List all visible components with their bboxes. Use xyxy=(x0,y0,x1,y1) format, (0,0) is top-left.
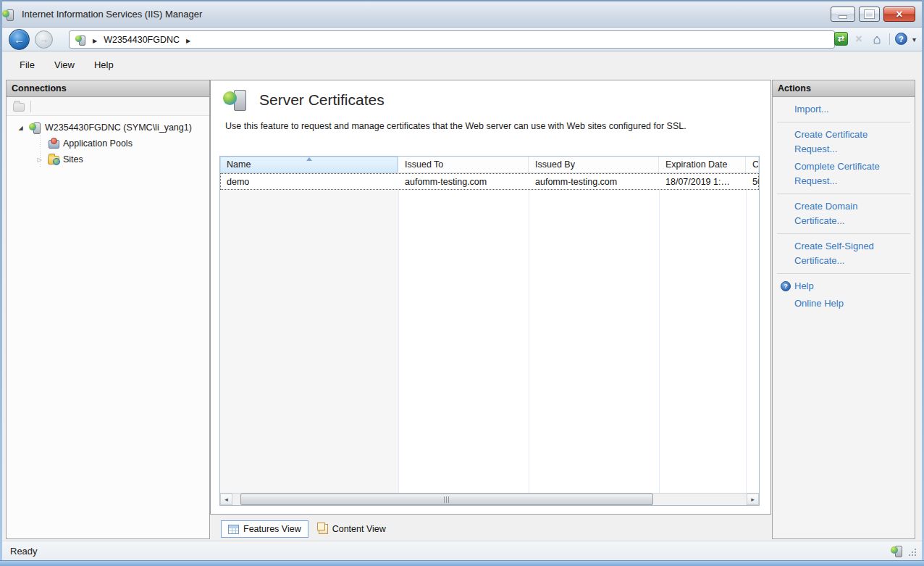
column-header-certificate-hash-label: Certificate Hash xyxy=(752,159,759,170)
window-border-top xyxy=(0,0,924,1)
breadcrumb-iis-icon xyxy=(75,35,86,45)
column-header-name[interactable]: Name xyxy=(220,157,398,172)
minimize-button[interactable] xyxy=(831,7,855,22)
title-bar: Internet Information Services (IIS) Mana… xyxy=(2,1,922,28)
application-pools-icon xyxy=(48,138,59,149)
maximize-button[interactable] xyxy=(859,7,880,22)
column-header-issued-by[interactable]: Issued By xyxy=(529,157,659,172)
connections-tree: W2354430FGDNC (SYMC\li_yang1) Applicatio… xyxy=(7,116,209,167)
tree-item-sites[interactable]: Sites xyxy=(7,151,209,167)
menu-file[interactable]: File xyxy=(20,59,35,70)
cell-issued-to: aufomm-testing.com xyxy=(398,173,529,190)
action-complete-certificate-request[interactable]: Complete Certificate Request... xyxy=(777,158,910,190)
breadcrumb-server[interactable]: W2354430FGDNC xyxy=(104,35,180,45)
resize-grip[interactable] xyxy=(907,547,917,557)
iis-manager-window: Internet Information Services (IIS) Mana… xyxy=(0,0,924,566)
column-header-certificate-hash[interactable]: Certificate Hash xyxy=(746,157,759,172)
column-header-issued-by-label: Issued By xyxy=(535,159,575,170)
column-header-name-label: Name xyxy=(227,159,251,170)
actions-group: Create Domain Certificate... xyxy=(777,194,910,234)
server-icon xyxy=(29,122,41,133)
content-view-icon xyxy=(319,524,328,534)
actions-header: Actions xyxy=(773,80,915,97)
menu-view[interactable]: View xyxy=(54,59,75,70)
nav-icon-cluster xyxy=(834,32,916,46)
save-connection-icon xyxy=(13,103,25,112)
actions-group: Create Certificate Request... Complete C… xyxy=(777,122,910,194)
sort-ascending-icon xyxy=(306,157,312,161)
action-help[interactable]: Help xyxy=(777,278,910,295)
tab-content-view-label: Content View xyxy=(332,524,386,534)
list-empty-area xyxy=(220,190,759,493)
feature-description: Use this feature to request and manage c… xyxy=(225,120,749,133)
column-divider xyxy=(746,190,747,493)
tree-item-application-pools[interactable]: Application Pools xyxy=(7,136,209,151)
scroll-left-arrow[interactable] xyxy=(220,494,232,505)
sites-folder-icon xyxy=(48,156,59,165)
help-icon[interactable] xyxy=(895,33,907,45)
forward-button xyxy=(35,30,53,49)
column-header-expiration-date-label: Expiration Date xyxy=(665,159,727,170)
action-help-label: Help xyxy=(794,280,814,291)
cell-issued-by: aufomm-testing.com xyxy=(529,173,659,190)
list-header-row: Name Issued To Issued By Expiration Date… xyxy=(220,157,759,173)
workspace: Connections W2354430FGDNC (SYMC\li_yang1… xyxy=(2,78,922,541)
breadcrumb-arrow-icon[interactable] xyxy=(186,34,190,45)
tab-features-view-label: Features View xyxy=(243,524,301,534)
view-tabs: Features View Content View xyxy=(210,517,771,541)
help-dropdown-icon[interactable] xyxy=(912,33,916,44)
action-create-domain-certificate[interactable]: Create Domain Certificate... xyxy=(777,198,910,230)
home-icon[interactable] xyxy=(870,33,884,46)
scrollbar-thumb[interactable] xyxy=(240,494,653,505)
column-divider xyxy=(529,190,529,493)
connections-panel: Connections W2354430FGDNC (SYMC\li_yang1… xyxy=(6,80,210,539)
help-badge-icon xyxy=(781,281,791,291)
window-border-left xyxy=(0,0,2,566)
column-divider xyxy=(398,190,399,493)
window-border-bottom xyxy=(0,560,924,566)
tree-item-server[interactable]: W2354430FGDNC (SYMC\li_yang1) xyxy=(7,120,209,136)
server-certificates-icon xyxy=(223,89,247,111)
tab-content-view[interactable]: Content View xyxy=(312,520,392,538)
action-import[interactable]: Import... xyxy=(777,101,910,118)
certificates-list: Name Issued To Issued By Expiration Date… xyxy=(219,156,760,506)
expand-collapse-icon[interactable] xyxy=(16,125,25,131)
action-create-certificate-request[interactable]: Create Certificate Request... xyxy=(777,126,910,158)
cell-certificate-hash: 50 xyxy=(746,173,759,190)
menu-bar: File View Help xyxy=(2,51,922,78)
scroll-right-arrow[interactable] xyxy=(747,494,759,505)
app-iis-icon xyxy=(2,9,14,20)
back-button[interactable] xyxy=(9,29,30,50)
status-iis-icon xyxy=(891,545,903,557)
tree-children: Application Pools Sites xyxy=(7,136,209,167)
certificate-row-demo[interactable]: demo aufomm-testing.com aufomm-testing.c… xyxy=(220,173,759,190)
scrollbar-grip-icon xyxy=(444,496,450,503)
window-title: Internet Information Services (IIS) Mana… xyxy=(22,9,202,20)
actions-group: Help Online Help xyxy=(777,274,910,316)
sorted-column-shade xyxy=(220,190,398,493)
tab-features-view[interactable]: Features View xyxy=(221,520,308,538)
expand-collapse-icon[interactable] xyxy=(35,157,44,163)
address-bar[interactable]: W2354430FGDNC xyxy=(69,30,835,49)
column-header-expiration-date[interactable]: Expiration Date xyxy=(659,157,746,172)
horizontal-scrollbar[interactable] xyxy=(220,493,759,505)
action-online-help[interactable]: Online Help xyxy=(777,295,910,312)
action-create-self-signed-certificate[interactable]: Create Self-Signed Certificate... xyxy=(777,238,910,270)
feature-panel: Server Certificates Use this feature to … xyxy=(210,80,771,515)
column-header-issued-to[interactable]: Issued To xyxy=(398,157,529,172)
column-header-issued-to-label: Issued To xyxy=(405,159,443,170)
navigation-bar: W2354430FGDNC xyxy=(2,28,922,51)
close-button[interactable] xyxy=(883,7,915,22)
status-text: Ready xyxy=(10,546,38,557)
tree-item-sites-label: Sites xyxy=(63,154,83,165)
page-title: Server Certificates xyxy=(259,91,385,109)
cell-name: demo xyxy=(220,173,398,190)
scrollbar-track[interactable] xyxy=(232,494,747,505)
connections-toolbar xyxy=(7,97,209,116)
features-view-icon xyxy=(228,525,239,534)
actions-group: Create Self-Signed Certificate... xyxy=(777,234,910,274)
menu-help[interactable]: Help xyxy=(94,59,114,70)
status-bar: Ready xyxy=(2,541,922,560)
refresh-icon[interactable] xyxy=(834,32,848,46)
breadcrumb-arrow-icon[interactable] xyxy=(93,34,97,45)
